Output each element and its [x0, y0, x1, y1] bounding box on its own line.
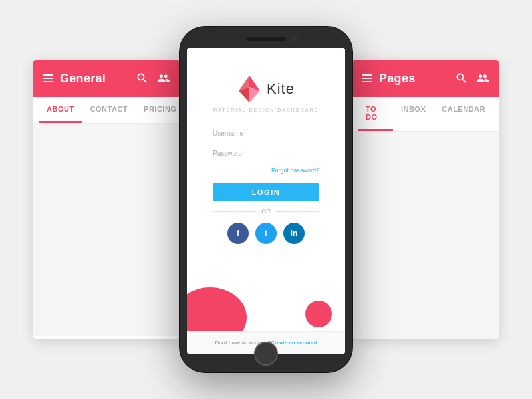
- left-panel: General ABOUT CONTACT PRICING: [33, 60, 180, 339]
- login-button[interactable]: LOGIN: [213, 183, 319, 201]
- create-account-link[interactable]: Create an account: [271, 340, 317, 346]
- right-account-icon[interactable]: [476, 72, 489, 85]
- password-input[interactable]: [213, 147, 319, 160]
- blob-right: [305, 301, 332, 327]
- right-panel: Pages TO DO INBOX CALENDAR: [352, 60, 499, 339]
- kite-logo-icon: [237, 74, 261, 104]
- scene: General ABOUT CONTACT PRICING: [0, 13, 532, 386]
- linkedin-login-button[interactable]: in: [283, 223, 305, 244]
- right-panel-body: [352, 132, 499, 339]
- social-icons: f t in: [227, 223, 305, 244]
- tab-calendar[interactable]: CALENDAR: [434, 97, 493, 131]
- phone-shell: Kite MATERIAL DESIGN DASHBOARD Forgot pa…: [180, 27, 352, 372]
- app-subtitle: MATERIAL DESIGN DASHBOARD: [213, 108, 319, 112]
- left-panel-tabs: ABOUT CONTACT PRICING: [33, 97, 180, 124]
- login-screen: Kite MATERIAL DESIGN DASHBOARD Forgot pa…: [187, 48, 345, 354]
- tab-pricing[interactable]: PRICING: [136, 97, 180, 123]
- divider-left: [213, 211, 256, 212]
- left-panel-header: General: [33, 60, 180, 97]
- phone-home-button[interactable]: [254, 342, 278, 366]
- phone-screen: Kite MATERIAL DESIGN DASHBOARD Forgot pa…: [187, 48, 345, 354]
- search-icon[interactable]: [136, 72, 149, 85]
- tab-contact[interactable]: CONTACT: [82, 97, 136, 123]
- tab-inbox[interactable]: INBOX: [393, 97, 434, 131]
- phone-camera: [293, 36, 298, 41]
- twitter-login-button[interactable]: t: [255, 223, 277, 244]
- right-panel-header: Pages: [352, 60, 499, 97]
- divider-right: [276, 211, 319, 212]
- left-panel-body: [33, 124, 180, 336]
- or-divider: OR: [213, 208, 319, 215]
- or-text: OR: [261, 208, 271, 215]
- logo-area: Kite: [237, 74, 295, 104]
- tab-todo[interactable]: TO DO: [358, 97, 393, 131]
- right-panel-icons: [455, 72, 489, 85]
- right-panel-tabs: TO DO INBOX CALENDAR: [352, 97, 499, 132]
- facebook-login-button[interactable]: f: [227, 223, 249, 244]
- username-input[interactable]: [213, 127, 319, 140]
- right-hamburger-icon[interactable]: [362, 74, 372, 82]
- right-panel-title: Pages: [379, 72, 448, 86]
- left-panel-icons: [136, 72, 170, 85]
- left-panel-title: General: [60, 72, 129, 86]
- tab-about[interactable]: ABOUT: [39, 97, 82, 123]
- account-icon[interactable]: [157, 72, 170, 85]
- hamburger-menu-icon[interactable]: [43, 74, 53, 82]
- phone-speaker: [246, 37, 286, 41]
- app-name: Kite: [267, 80, 295, 98]
- phone-container: Kite MATERIAL DESIGN DASHBOARD Forgot pa…: [180, 27, 352, 372]
- blob-left: [187, 287, 247, 334]
- right-search-icon[interactable]: [455, 72, 468, 85]
- forgot-password-link[interactable]: Forgot password?: [271, 167, 319, 174]
- decorative-blobs: [187, 281, 345, 334]
